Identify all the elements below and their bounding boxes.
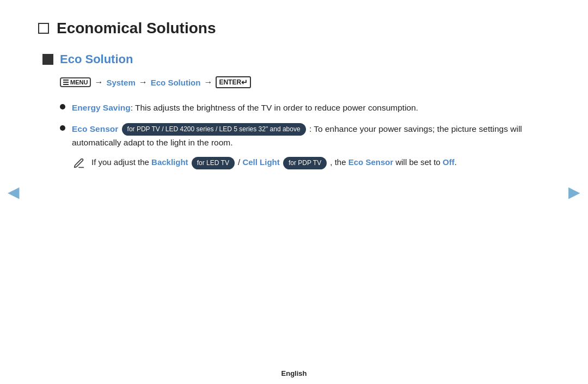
note-section: If you adjust the Backlight for LED TV /… xyxy=(72,156,550,170)
eco-solution-link: Eco Solution xyxy=(151,78,201,87)
note-badge-pdp: for PDP TV xyxy=(283,157,327,170)
enter-label: ENTER xyxy=(219,78,241,86)
bullet-item-eco-sensor: Eco Sensor for PDP TV / LED 4200 series … xyxy=(60,123,550,171)
next-page-button[interactable]: ▶ xyxy=(566,181,583,203)
eco-sensor-badge: for PDP TV / LED 4200 series / LED 5 ser… xyxy=(122,123,306,136)
arrow-2: → xyxy=(139,77,148,87)
enter-arrow-icon: ↵ xyxy=(241,78,248,87)
menu-lines-icon xyxy=(63,80,69,85)
section-title: Eco Solution xyxy=(60,52,133,66)
bullet-list: Energy Saving: This adjusts the brightne… xyxy=(60,101,550,170)
footer-language: English xyxy=(281,369,307,377)
bullet-dot-1 xyxy=(60,104,65,109)
note-cell-light: Cell Light xyxy=(242,157,279,167)
eco-solution-section: Eco Solution MENU → System → Eco Solutio… xyxy=(42,52,550,170)
bullet-content-2: Eco Sensor for PDP TV / LED 4200 series … xyxy=(72,123,550,171)
arrow-1: → xyxy=(94,77,103,87)
note-eco-sensor: Eco Sensor xyxy=(348,157,394,167)
main-content: Economical Solutions Eco Solution MENU xyxy=(0,0,588,363)
note-period: . xyxy=(455,157,457,167)
page-title: Economical Solutions xyxy=(57,20,216,37)
bullet-content-1: Energy Saving: This adjusts the brightne… xyxy=(72,101,550,115)
title-checkbox-icon xyxy=(38,23,49,34)
note-content: If you adjust the Backlight for LED TV /… xyxy=(91,156,550,169)
note-part1: If you adjust the xyxy=(91,157,151,167)
note-pencil-icon xyxy=(72,156,86,170)
note-off: Off xyxy=(443,157,455,167)
bullet-item-energy-saving: Energy Saving: This adjusts the brightne… xyxy=(60,101,550,115)
energy-saving-text: : This adjusts the brightness of the TV … xyxy=(131,103,418,112)
page-title-row: Economical Solutions xyxy=(38,20,550,37)
note-badge-led: for LED TV xyxy=(192,157,235,170)
menu-label: MENU xyxy=(70,79,88,86)
menu-icon: MENU xyxy=(60,77,91,87)
note-backlight: Backlight xyxy=(151,157,188,167)
page-container: ◀ ▶ Economical Solutions Eco Solution xyxy=(0,0,588,384)
system-link: System xyxy=(106,78,135,87)
energy-saving-term: Energy Saving xyxy=(72,103,131,112)
prev-page-button[interactable]: ◀ xyxy=(5,181,22,203)
note-part2: , the xyxy=(330,157,348,167)
eco-sensor-term: Eco Sensor xyxy=(72,124,118,133)
menu-path: MENU → System → Eco Solution → ENTER ↵ xyxy=(60,76,550,88)
section-block-icon xyxy=(42,54,53,65)
enter-icon: ENTER ↵ xyxy=(216,76,251,88)
section-header: Eco Solution xyxy=(42,52,550,66)
note-part3: will be set to xyxy=(393,157,443,167)
bullet-dot-2 xyxy=(60,125,65,131)
footer: English xyxy=(0,363,588,384)
arrow-3: → xyxy=(204,77,212,87)
